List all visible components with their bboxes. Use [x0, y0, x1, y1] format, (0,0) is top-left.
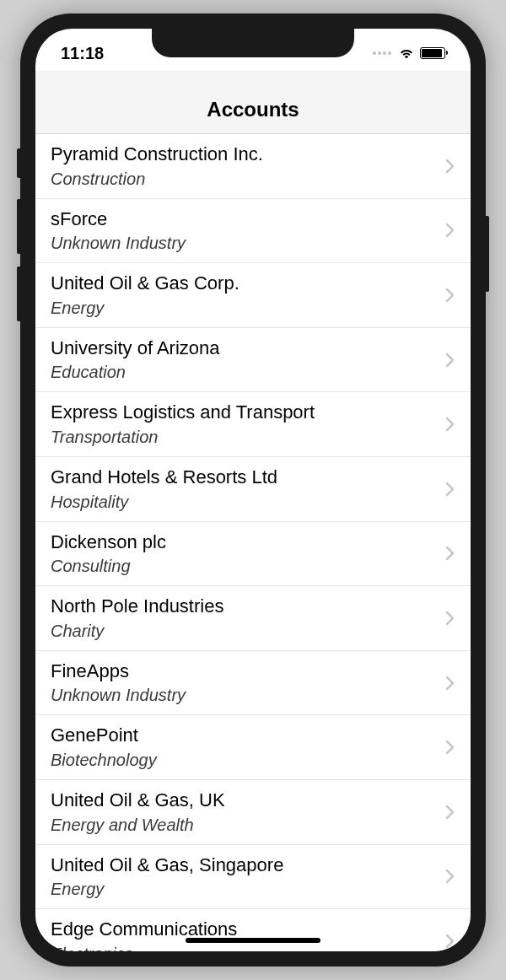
signal-dots-icon: [373, 51, 391, 55]
status-time: 11:18: [61, 44, 104, 63]
list-item[interactable]: United Oil & Gas, UKEnergy and Wealth: [35, 780, 471, 845]
list-item-content: Dickenson plcConsulting: [51, 530, 439, 578]
notch: [152, 29, 354, 57]
ringer-switch: [17, 148, 20, 178]
phone-frame: 11:18 Accounts Pyramid Constructio: [20, 13, 486, 967]
list-item[interactable]: sForceUnknown Industry: [35, 199, 471, 264]
list-item[interactable]: Grand Hotels & Resorts LtdHospitality: [35, 457, 471, 522]
chevron-right-icon: [445, 353, 455, 368]
status-icons: [373, 47, 445, 60]
list-item[interactable]: Dickenson plcConsulting: [35, 522, 471, 587]
account-name: United Oil & Gas, Singapore: [51, 853, 439, 878]
list-item-content: Grand Hotels & Resorts LtdHospitality: [51, 466, 439, 513]
accounts-list[interactable]: Pyramid Construction Inc.ConstructionsFo…: [35, 134, 471, 951]
account-industry: Consulting: [51, 556, 439, 577]
account-name: United Oil & Gas, UK: [51, 789, 439, 813]
account-name: Grand Hotels & Resorts Ltd: [51, 466, 439, 490]
list-item-content: Edge CommunicationsElectronics: [51, 918, 439, 951]
chevron-right-icon: [445, 676, 455, 691]
chevron-right-icon: [445, 417, 455, 432]
chevron-right-icon: [445, 482, 455, 497]
list-item-content: United Oil & Gas Corp.Energy: [51, 272, 439, 319]
account-name: FineApps: [51, 660, 439, 684]
list-item-content: GenePointBiotechnology: [51, 724, 439, 771]
navigation-header: Accounts: [35, 71, 471, 134]
account-name: Pyramid Construction Inc.: [51, 143, 439, 167]
account-industry: Education: [51, 362, 439, 383]
account-industry: Construction: [51, 169, 439, 190]
list-item[interactable]: GenePointBiotechnology: [35, 715, 471, 780]
list-item[interactable]: United Oil & Gas Corp.Energy: [35, 263, 471, 328]
home-indicator[interactable]: [186, 938, 320, 943]
account-name: GenePoint: [51, 724, 439, 748]
list-item[interactable]: FineAppsUnknown Industry: [35, 651, 471, 716]
chevron-right-icon: [445, 546, 455, 561]
screen: 11:18 Accounts Pyramid Constructio: [35, 29, 471, 951]
list-item-content: sForceUnknown Industry: [51, 207, 439, 255]
list-item-content: Pyramid Construction Inc.Construction: [51, 143, 439, 190]
chevron-right-icon: [445, 288, 455, 303]
account-industry: Energy and Wealth: [51, 815, 439, 836]
chevron-right-icon: [445, 740, 455, 755]
account-name: sForce: [51, 207, 439, 232]
list-item-content: Express Logistics and TransportTransport…: [51, 401, 439, 448]
list-item-content: University of ArizonaEducation: [51, 337, 439, 384]
account-name: Express Logistics and Transport: [51, 401, 439, 425]
list-item[interactable]: Express Logistics and TransportTransport…: [35, 392, 471, 457]
chevron-right-icon: [445, 611, 455, 626]
account-industry: Energy: [51, 879, 439, 900]
page-title: Accounts: [35, 98, 471, 121]
volume-up-button: [17, 199, 20, 254]
account-name: Dickenson plc: [51, 530, 439, 555]
account-industry: Charity: [51, 621, 439, 642]
list-item-content: United Oil & Gas, SingaporeEnergy: [51, 853, 439, 901]
account-industry: Biotechnology: [51, 750, 439, 771]
list-item[interactable]: Edge CommunicationsElectronics: [35, 909, 471, 951]
volume-down-button: [17, 267, 20, 321]
account-industry: Unknown Industry: [51, 233, 439, 254]
list-item-content: FineAppsUnknown Industry: [51, 660, 439, 707]
list-item[interactable]: North Pole IndustriesCharity: [35, 586, 471, 651]
chevron-right-icon: [445, 934, 455, 949]
chevron-right-icon: [445, 805, 455, 820]
chevron-right-icon: [445, 223, 455, 238]
list-item[interactable]: University of ArizonaEducation: [35, 328, 471, 393]
list-item-content: North Pole IndustriesCharity: [51, 595, 439, 642]
wifi-icon: [398, 47, 415, 60]
list-item[interactable]: United Oil & Gas, SingaporeEnergy: [35, 845, 471, 910]
account-industry: Hospitality: [51, 492, 439, 513]
account-name: University of Arizona: [51, 337, 439, 361]
account-industry: Unknown Industry: [51, 685, 439, 706]
account-name: North Pole Industries: [51, 595, 439, 619]
battery-icon: [420, 47, 445, 59]
list-item[interactable]: Pyramid Construction Inc.Construction: [35, 134, 471, 199]
chevron-right-icon: [445, 869, 455, 884]
account-name: United Oil & Gas Corp.: [51, 272, 439, 296]
power-button: [486, 216, 489, 292]
chevron-right-icon: [445, 159, 455, 174]
account-industry: Energy: [51, 298, 439, 319]
account-industry: Transportation: [51, 427, 439, 448]
account-industry: Electronics: [51, 944, 439, 951]
list-item-content: United Oil & Gas, UKEnergy and Wealth: [51, 789, 439, 836]
